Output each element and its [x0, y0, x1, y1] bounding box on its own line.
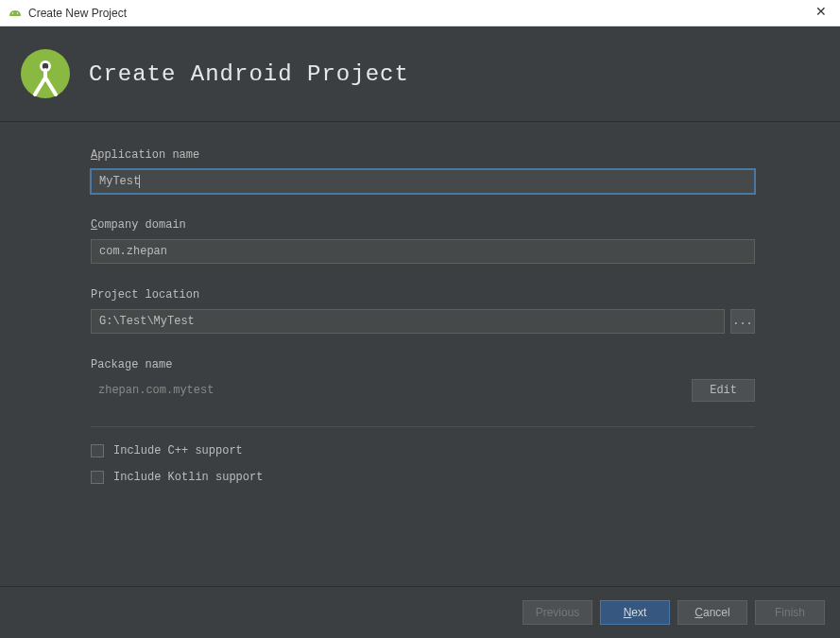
application-name-value: MyTest — [99, 175, 140, 188]
svg-point-1 — [17, 12, 19, 14]
edit-package-button[interactable]: Edit — [692, 379, 755, 402]
package-name-value: zhepan.com.mytest — [91, 384, 214, 397]
company-domain-label: Company domain — [91, 218, 755, 232]
cancel-rest: ancel — [703, 606, 730, 619]
text-cursor-icon — [139, 175, 140, 188]
dialog-body: Create Android Project Application name … — [0, 26, 840, 638]
next-rest: ext — [631, 606, 646, 619]
include-cpp-row: Include C++ support — [91, 444, 755, 457]
finish-button[interactable]: Finish — [755, 600, 825, 625]
browse-location-button[interactable]: ... — [730, 309, 755, 334]
include-cpp-label[interactable]: Include C++ support — [113, 444, 243, 457]
dialog-footer: Previous Next Cancel Finish — [0, 586, 840, 638]
package-name-field: Package name zhepan.com.mytest Edit — [91, 358, 755, 402]
svg-point-0 — [12, 12, 14, 14]
window-title: Create New Project — [28, 7, 127, 20]
dialog-title: Create Android Project — [89, 61, 409, 87]
company-domain-input[interactable]: com.zhepan — [91, 239, 755, 264]
project-location-value: G:\Test\MyTest — [99, 315, 195, 328]
project-location-field: Project location G:\Test\MyTest ... — [91, 288, 755, 334]
company-domain-field: Company domain com.zhepan — [91, 218, 755, 264]
previous-button[interactable]: Previous — [523, 600, 592, 625]
include-kotlin-row: Include Kotlin support — [91, 471, 755, 484]
cancel-mnemonic: C — [694, 606, 703, 619]
project-location-label: Project location — [91, 288, 755, 302]
project-location-input[interactable]: G:\Test\MyTest — [91, 309, 725, 334]
include-cpp-checkbox[interactable] — [91, 444, 104, 457]
next-button[interactable]: Next — [600, 600, 670, 625]
android-studio-logo-icon — [19, 47, 72, 100]
form-area: Application name MyTest Company domain c… — [0, 122, 840, 586]
application-name-input[interactable]: MyTest — [91, 169, 755, 194]
application-name-label: Application name — [91, 148, 755, 162]
close-button[interactable]: ✕ — [812, 4, 831, 19]
dialog-header: Create Android Project — [0, 26, 840, 122]
application-name-field: Application name MyTest — [91, 148, 755, 194]
include-kotlin-label[interactable]: Include Kotlin support — [113, 471, 263, 484]
package-name-label: Package name — [91, 358, 755, 371]
include-kotlin-checkbox[interactable] — [91, 471, 104, 484]
cancel-button[interactable]: Cancel — [677, 600, 747, 625]
titlebar: Create New Project ✕ — [0, 0, 840, 26]
android-studio-icon — [8, 9, 23, 18]
company-domain-value: com.zhepan — [99, 245, 167, 258]
separator — [91, 426, 755, 427]
